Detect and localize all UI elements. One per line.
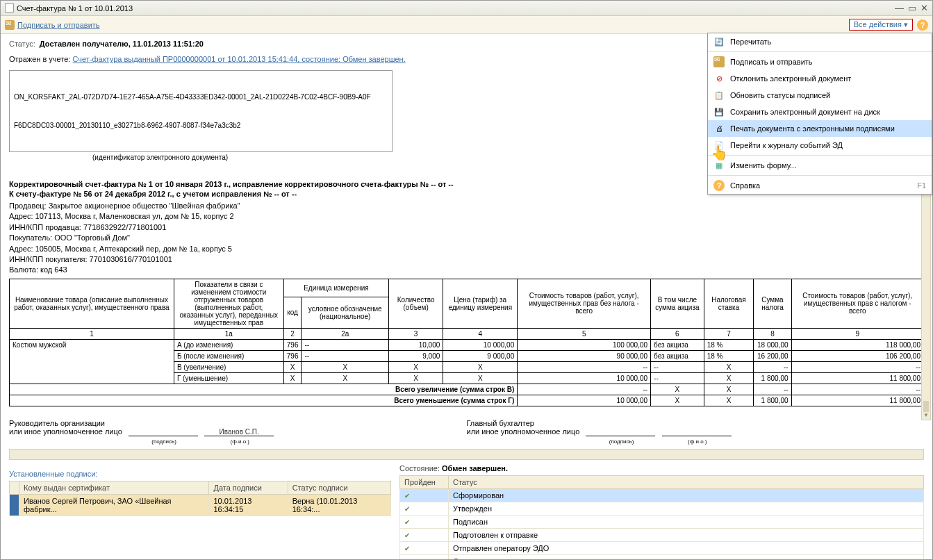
sign-and-send-link[interactable]: Подписать и отправить xyxy=(17,21,100,29)
table-row[interactable]: Отправлен получателю xyxy=(400,554,924,559)
table-row[interactable]: Подписан xyxy=(400,515,924,528)
titlebar: Счет-фактура № 1 от 10.01.2013 ― ▭ ✕ xyxy=(1,1,932,16)
save-icon: 💾 xyxy=(713,106,725,117)
seller: Продавец: Закрытое акционерное общество … xyxy=(9,201,924,211)
menu-update-status[interactable]: 📋Обновить статусы подписей xyxy=(708,87,932,104)
app-icon xyxy=(5,3,14,13)
minimize-button[interactable]: ― xyxy=(895,1,904,16)
table-row[interactable]: Сформирован xyxy=(400,488,924,502)
close-button[interactable]: ✕ xyxy=(920,1,928,16)
table-row[interactable]: Иванов Сергей Петрович, ЗАО «Швейная фаб… xyxy=(10,494,391,516)
menu-print[interactable]: 🖨Печать документа с электронными подпися… xyxy=(708,120,932,137)
menu-journal[interactable]: 📄Перейти к журналу событий ЭД xyxy=(708,137,932,154)
doc-id-line2: F6DC8DC03-00001_20130110_e30271b8-6962-4… xyxy=(14,121,388,131)
state-value: Обмен завершен. xyxy=(442,464,508,472)
item-name: Костюм мужской xyxy=(10,339,174,384)
restore-button[interactable]: ▭ xyxy=(908,1,916,16)
sign-icon xyxy=(5,20,15,30)
menu-reread[interactable]: 🔄Перечитать xyxy=(708,33,932,50)
seller-inn: ИНН/КПП продавца: 7718632922/771801001 xyxy=(9,222,924,233)
signer-left-role: Руководитель организации или иное уполно… xyxy=(9,419,122,436)
update-icon: 📋 xyxy=(713,90,725,101)
doc-id-box: ON_KORSFAKT_2AL-072D7D74-1E27-465A-A75E-… xyxy=(9,70,393,152)
all-actions-button[interactable]: Все действия ▾ xyxy=(849,19,913,31)
app-window: Счет-фактура № 1 от 10.01.2013 ― ▭ ✕ Под… xyxy=(0,0,933,560)
cursor-icon: 👆 xyxy=(711,145,728,161)
signer-right-role: Главный бухгалтер или иное уполномоченно… xyxy=(467,419,580,436)
table-row[interactable]: Подготовлен к отправке xyxy=(400,528,924,541)
signatures-title: Установленные подписи: xyxy=(9,470,391,478)
menu-change-form[interactable]: ▦Изменить форму... xyxy=(708,157,932,174)
status-grid: ПройденСтатус Сформирован Утвержден Подп… xyxy=(399,475,924,559)
status-value: Доставлен получателю, 11.01.2013 11:51:2… xyxy=(40,40,204,48)
reflected-label: Отражен в учете: xyxy=(9,55,70,63)
table-row[interactable]: Отправлен оператору ЭДО xyxy=(400,541,924,554)
menu-save-disk[interactable]: 💾Сохранить электронный документ на диск xyxy=(708,104,932,120)
menu-reject[interactable]: ⊘Отклонить электронный документ xyxy=(708,70,932,87)
horizontal-scrollbar[interactable] xyxy=(9,449,924,460)
help-icon: ? xyxy=(713,180,725,191)
seller-addr: Адрес: 107113, Москва г, Маленковская ул… xyxy=(9,211,924,222)
refresh-icon: 🔄 xyxy=(713,36,725,47)
buyer: Покупатель: ООО "Торговый Дом" xyxy=(9,233,924,243)
buyer-inn: ИНН/КПП покупателя: 7701030616/770101001 xyxy=(9,254,924,265)
menu-help[interactable]: ?СправкаF1 xyxy=(708,177,932,194)
window-title: Счет-фактура № 1 от 10.01.2013 xyxy=(17,1,133,16)
buyer-addr: Адрес: 105005, Москва г, Аптекарский пер… xyxy=(9,244,924,254)
signatures-grid: Кому выдан сертификат Дата подписи Стату… xyxy=(9,481,391,516)
status-label: Статус: xyxy=(9,40,35,48)
print-icon: 🖨 xyxy=(713,123,725,134)
table-row[interactable]: Утвержден xyxy=(400,502,924,515)
state-label: Состояние: xyxy=(399,464,440,472)
reflected-link[interactable]: Счет-фактура выданный ПР0000000001 от 10… xyxy=(72,55,405,63)
help-button[interactable]: ? xyxy=(917,19,928,31)
signature-block: Руководитель организации или иное уполно… xyxy=(9,419,924,445)
form-icon: ▦ xyxy=(713,160,725,171)
toolbar: Подписать и отправить Все действия ▾ ? xyxy=(1,16,932,34)
reject-icon: ⊘ xyxy=(713,73,725,84)
currency: Валюта: код 643 xyxy=(9,265,924,275)
doc-id-line1: ON_KORSFAKT_2AL-072D7D74-1E27-465A-A75E-… xyxy=(14,92,388,102)
sign-icon xyxy=(713,56,725,67)
all-actions-menu: 🔄Перечитать Подписать и отправить ⊘Откло… xyxy=(707,33,932,195)
invoice-table: Наименование товара (описание выполненны… xyxy=(9,279,924,406)
menu-sign-send[interactable]: Подписать и отправить xyxy=(708,53,932,70)
